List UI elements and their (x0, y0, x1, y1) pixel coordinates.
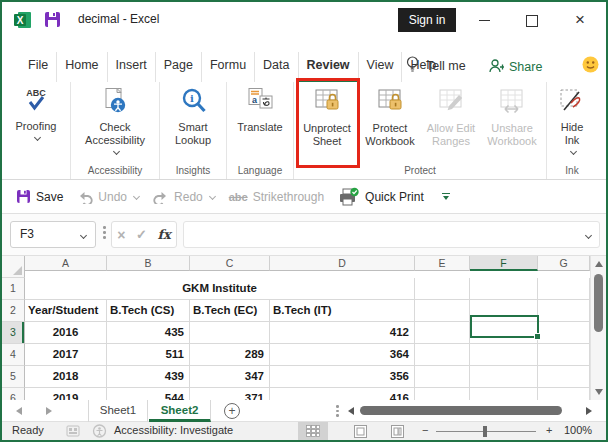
cell-b4[interactable]: 511 (107, 344, 190, 366)
column-header-c[interactable]: C (190, 256, 270, 271)
cell-a6[interactable]: 2019 (25, 388, 107, 400)
row-header-2[interactable]: 2 (2, 300, 25, 322)
scroll-up-icon[interactable] (595, 261, 603, 267)
tab-home[interactable]: Home (56, 52, 106, 82)
cell-a5[interactable]: 2018 (25, 366, 107, 388)
accessibility-checker-icon[interactable] (92, 424, 107, 440)
tab-file[interactable]: File (20, 52, 56, 82)
cell[interactable] (538, 366, 590, 388)
column-header-a[interactable]: A (25, 256, 107, 271)
tab-page-layout[interactable]: Page (155, 52, 201, 82)
autosave-icon[interactable] (44, 11, 61, 32)
sign-in-button[interactable]: Sign in (398, 8, 456, 32)
cell[interactable] (470, 388, 538, 400)
cell-d6[interactable]: 416 (270, 388, 415, 400)
page-break-preview-button[interactable] (382, 422, 412, 440)
feedback-smiley-icon[interactable] (582, 56, 599, 77)
row-header-4[interactable]: 4 (2, 344, 25, 366)
cell-b2[interactable]: B.Tech (CS) (107, 300, 190, 322)
cell[interactable] (538, 322, 590, 344)
new-sheet-button[interactable]: + (224, 403, 240, 419)
zoom-slider-handle[interactable] (483, 426, 487, 437)
cell[interactable] (538, 388, 590, 400)
column-header-f[interactable]: F (470, 256, 538, 271)
translate-button[interactable]: a Translate (229, 84, 291, 134)
tab-review[interactable]: Review (298, 52, 358, 82)
cell-c3[interactable] (190, 322, 270, 344)
cell-b3[interactable]: 435 (107, 322, 190, 344)
quick-print-button[interactable]: Quick Print (338, 187, 424, 206)
cell[interactable] (415, 278, 470, 300)
row-header-5[interactable]: 5 (2, 366, 25, 388)
zoom-level[interactable]: 100% (564, 424, 592, 436)
cell-a3[interactable]: 2016 (25, 322, 107, 344)
vertical-scroll-thumb[interactable] (594, 274, 603, 332)
close-button[interactable]: × (564, 6, 596, 34)
sheet-nav-left-icon[interactable] (16, 407, 22, 415)
accessibility-status[interactable]: Accessibility: Investigate (114, 424, 233, 436)
macro-record-icon[interactable] (66, 424, 80, 439)
cell-c4[interactable]: 289 (190, 344, 270, 366)
row-header-6[interactable]: 6 (2, 388, 25, 400)
cell[interactable] (538, 278, 590, 300)
tab-formulas[interactable]: Formu (201, 52, 254, 82)
cell[interactable] (538, 300, 590, 322)
cell[interactable] (415, 388, 470, 400)
cell[interactable] (415, 366, 470, 388)
cell-c6[interactable]: 371 (190, 388, 270, 400)
sheet-tab-sheet1[interactable]: Sheet1 (88, 400, 148, 422)
formula-input[interactable] (183, 221, 600, 248)
cell-d5[interactable]: 356 (270, 366, 415, 388)
tell-me[interactable]: Tell me (406, 56, 466, 76)
cell-d2[interactable]: B.Tech (IT) (270, 300, 415, 322)
cell-a2[interactable]: Year/Student (25, 300, 107, 322)
column-header-e[interactable]: E (415, 256, 470, 271)
formula-bar-splitter[interactable] (103, 226, 106, 241)
sheet-tab-sheet2[interactable]: Sheet2 (149, 400, 211, 422)
hscroll-right-icon[interactable] (586, 407, 592, 415)
save-button[interactable]: Save (16, 189, 63, 204)
minimize-button[interactable] (468, 6, 500, 34)
zoom-in-button[interactable]: + (546, 424, 552, 436)
hscroll-left-icon[interactable] (348, 407, 354, 415)
check-accessibility-button[interactable]: Check Accessibility (73, 84, 157, 154)
tab-insert[interactable]: Insert (107, 52, 155, 82)
cell-d3[interactable]: 412 (270, 322, 415, 344)
proofing-button[interactable]: ABC Proofing (4, 84, 68, 140)
column-header-d[interactable]: D (270, 256, 415, 271)
maximize-button[interactable] (516, 6, 548, 34)
smart-lookup-button[interactable]: i Smart Lookup (162, 84, 224, 147)
cell[interactable] (470, 278, 538, 300)
cell[interactable] (470, 344, 538, 366)
chevron-down-icon[interactable] (585, 232, 592, 239)
cell-b6[interactable]: 544 (107, 388, 190, 400)
share-button[interactable]: Share (488, 58, 542, 76)
cell-c2[interactable]: B.Tech (EC) (190, 300, 270, 322)
cell-a1-merged-title[interactable]: GKM Institute (25, 278, 415, 300)
row-header-1[interactable]: 1 (2, 278, 25, 300)
column-header-g[interactable]: G (538, 256, 590, 271)
zoom-out-button[interactable]: − (422, 424, 428, 436)
select-all-corner[interactable] (2, 256, 25, 278)
unprotect-sheet-button[interactable]: Unprotect Sheet (296, 84, 358, 148)
cell-d4[interactable]: 364 (270, 344, 415, 366)
normal-view-button[interactable] (298, 422, 328, 440)
row-header-3[interactable]: 3 (2, 322, 25, 344)
customize-qat-button[interactable] (442, 193, 450, 200)
sheet-nav-right-icon[interactable] (46, 407, 52, 415)
enter-icon[interactable]: ✓ (136, 227, 147, 242)
insert-function-icon[interactable]: fx (157, 227, 170, 242)
cell[interactable] (415, 300, 470, 322)
cell[interactable] (470, 366, 538, 388)
tab-scroll-splitter[interactable] (336, 405, 339, 419)
cell[interactable] (538, 344, 590, 366)
vertical-scrollbar[interactable] (590, 256, 606, 400)
tab-view[interactable]: View (358, 52, 402, 82)
name-box[interactable]: F3 (10, 221, 96, 248)
cell-c5[interactable]: 347 (190, 366, 270, 388)
column-header-b[interactable]: B (107, 256, 190, 271)
tab-data[interactable]: Data (254, 52, 297, 82)
horizontal-scroll-thumb[interactable] (360, 406, 562, 415)
cell[interactable] (415, 344, 470, 366)
hide-ink-button[interactable]: Hide Ink (549, 84, 595, 154)
